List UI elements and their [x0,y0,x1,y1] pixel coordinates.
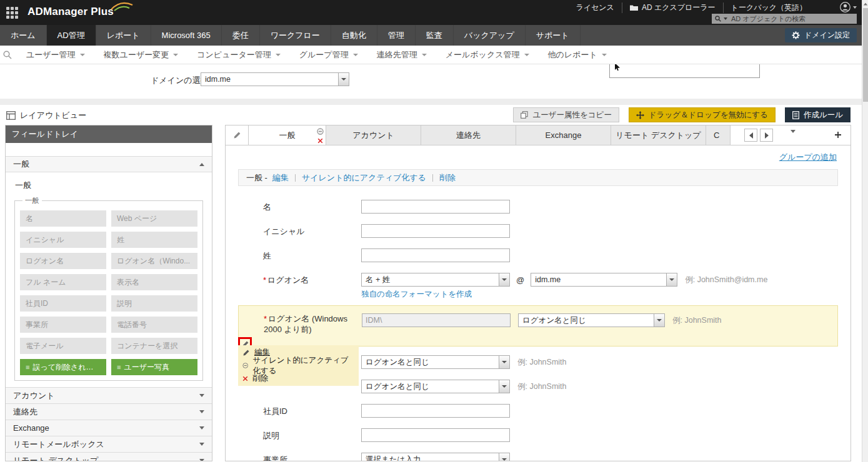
nav-tab-admin[interactable]: 管理 [377,25,416,46]
close-icon[interactable] [317,136,323,145]
field-chip[interactable]: 名 [20,210,106,227]
office-select[interactable]: 選択または入力 [361,453,510,461]
panel-tab-partial[interactable]: C [706,125,731,145]
nav-tab-ad-management[interactable]: AD管理 [47,25,96,46]
field-chip[interactable]: 電話番号 [111,317,197,333]
close-icon [242,376,248,381]
form-row-first-name: 名 [263,200,851,214]
add-tab-button[interactable] [834,131,842,145]
nav-tab-support[interactable]: サポート [526,25,581,46]
layout-view-icon [6,111,16,120]
field-chip[interactable]: 説明 [111,295,197,312]
panel-tab-remote-desktop[interactable]: リモート デスクトップ [611,125,706,145]
logon-domain-select[interactable]: idm.me [531,273,677,287]
global-search-input[interactable] [730,14,854,23]
panel-tab-account[interactable]: アカウント [326,125,421,145]
field-chip[interactable]: 事業所 [20,317,106,333]
field-chip[interactable]: 姓 [111,232,197,248]
field-chip-active[interactable]: ≡ ユーザー写真 [111,359,197,375]
add-group-link[interactable]: グループの追加 [779,152,837,163]
accordion-remote-desktop[interactable]: リモート デスクトップ [6,452,212,461]
gear-icon [792,31,800,39]
subnav-item-other-reports[interactable]: 他のレポート [539,49,616,61]
nav-tab-audit[interactable]: 監査 [416,25,454,46]
talkback-link[interactable]: トークバック（英語） [723,2,814,13]
group-section-header: 一般 - 編集 サイレント的にアクティブ化する 削除 [238,169,838,186]
field-chip[interactable]: ログオン名 [20,253,106,269]
nav-tab-delegation[interactable]: 委任 [222,25,260,46]
subnav-item-computer-management[interactable]: コンピューター管理 [187,49,290,61]
creation-rule-button[interactable]: 作成ルール [785,107,851,122]
field-chip[interactable]: 社員ID [20,295,106,312]
accordion-remote-mailbox[interactable]: リモートメールボックス [6,436,212,452]
field-chip[interactable]: イニシャル [20,232,106,248]
minus-circle-icon[interactable] [317,127,324,137]
edit-layout-pencil-icon[interactable] [226,125,248,145]
field-chip[interactable]: 電子メール [20,338,106,354]
field-chip[interactable]: ログオン名（Windo... [111,253,197,269]
nav-tab-reports[interactable]: レポート [96,25,151,46]
first-name-input[interactable] [361,200,510,214]
subnav-item-group-management[interactable]: グループ管理 [290,49,367,61]
ad-explorer-link[interactable]: AD エクスプローラー [622,2,723,13]
layout-edit-panel: 一般 アカウント 連絡先 Exchange リモート デスクトップ [225,125,851,461]
initials-input[interactable] [361,224,510,238]
create-naming-format-link[interactable]: 独自の命名フォーマットを作成 [361,290,472,298]
field-chip[interactable]: フル ネーム [20,274,106,290]
domain-select[interactable]: idm.me [201,72,349,86]
nav-tab-home[interactable]: ホーム [0,25,47,46]
panel-tab-general[interactable]: 一般 [248,125,326,145]
accordion-general-label: 一般 [13,159,29,170]
employee-id-input[interactable] [361,404,510,418]
field-chip[interactable]: コンテナーを選択 [111,338,197,354]
subnav-item-bulk-user[interactable]: 複数ユーザー変更 [94,49,188,61]
nav-tab-backup[interactable]: バックアップ [454,25,526,46]
page-scrollbar[interactable] [862,0,868,462]
accordion-label: Exchange [13,423,49,433]
panel-tab-exchange[interactable]: Exchange [516,125,611,145]
search-icon[interactable] [3,51,12,59]
required-mark: * [263,275,266,285]
group-edit-link[interactable]: 編集 [272,172,289,184]
scrollbar-thumb[interactable] [863,8,868,102]
disable-drag-drop-button[interactable]: ドラッグ＆ドロップを無効にする [629,107,776,122]
domain-settings-button[interactable]: ドメイン設定 [785,28,857,42]
field-chip-active[interactable]: ≡ 誤って削除されない... [20,359,106,375]
field-chip[interactable]: 表示名 [111,274,197,290]
tab-scroll-right-button[interactable] [760,129,773,142]
topbar: ADManager Plus ライセンス AD エクスプローラー トークバック（… [0,0,868,25]
tab-list-dropdown[interactable] [791,133,796,145]
form-row-description: 説明 [263,428,851,442]
subnav-item-mailbox-management[interactable]: メールボックス管理 [436,49,539,61]
accordion-contact[interactable]: 連絡先 [6,403,212,420]
nav-tab-automation[interactable]: 自動化 [331,25,377,46]
user-menu[interactable] [840,2,857,12]
license-link[interactable]: ライセンス [568,2,621,13]
copy-user-attributes-button[interactable]: ユーザー属性をコピー [513,107,619,122]
accordion-account[interactable]: アカウント [6,387,212,403]
logon-2000-prefix-input[interactable] [362,313,511,327]
group-delete-link[interactable]: 削除 [439,172,456,184]
context-menu-item-silent-activate[interactable]: サイレント的にアクティブ化する [238,359,359,372]
logon-format-select[interactable]: 名 + 姓 [361,273,510,287]
chevron-down-icon [724,17,727,20]
scrollbar-up-arrow[interactable] [862,0,868,7]
accordion-exchange[interactable]: Exchange [6,420,212,436]
hidden-row-1-select[interactable]: ログオン名と同じ [361,355,510,369]
group-silent-activate-link[interactable]: サイレント的にアクティブ化する [302,172,426,184]
accordion-label: アカウント [13,390,55,401]
dropdown-arrow-icon [654,314,664,327]
description-input[interactable] [361,428,510,442]
apps-grid-icon[interactable] [6,7,18,19]
subnav-item-contact-management[interactable]: 連絡先管理 [367,49,436,61]
last-name-input[interactable] [361,248,510,262]
hidden-row-2-select[interactable]: ログオン名と同じ [361,380,510,393]
accordion-general[interactable]: 一般 [6,156,212,172]
logon-2000-select[interactable]: ログオン名と同じ [518,313,665,327]
nav-tab-microsoft365[interactable]: Microsoft 365 [151,25,222,46]
subnav-item-user-management[interactable]: ユーザー管理 [17,49,94,61]
tab-scroll-left-button[interactable] [744,129,757,142]
panel-tab-contact[interactable]: 連絡先 [421,125,516,145]
nav-tab-workflow[interactable]: ワークフロー [260,25,331,46]
field-chip[interactable]: Web ページ [111,210,197,227]
